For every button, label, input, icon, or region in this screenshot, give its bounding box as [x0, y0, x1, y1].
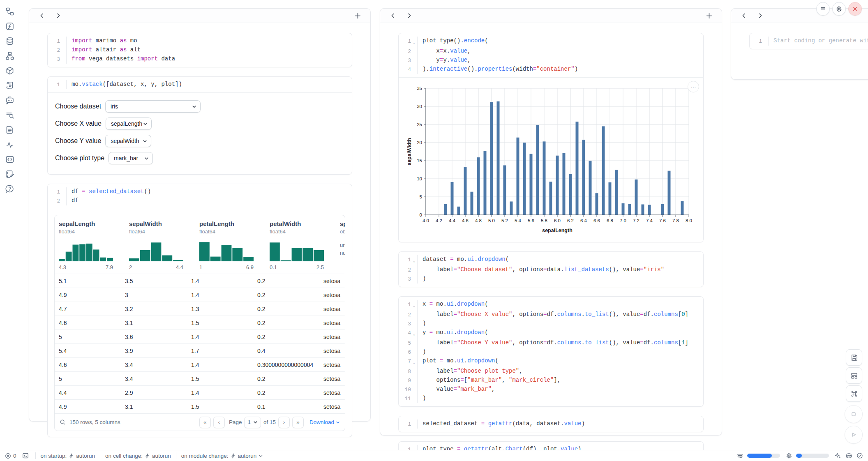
- first-page-button[interactable]: «: [199, 417, 211, 428]
- table-cell: 3.5: [121, 278, 187, 284]
- dependency-graph-icon[interactable]: [5, 51, 14, 60]
- column-header[interactable]: sepalLengthfloat644.37.9: [55, 215, 125, 274]
- chevron-right-icon[interactable]: [405, 11, 414, 20]
- chevron-down-icon: [144, 156, 149, 161]
- chevron-left-icon[interactable]: [739, 11, 748, 20]
- column-header[interactable]: petalWidthfloat640.12.5: [265, 215, 336, 274]
- fold-chevron-icon[interactable]: ⌄: [411, 300, 417, 310]
- run-button[interactable]: [845, 426, 863, 444]
- column-header[interactable]: speciesobjectunique:nulls:: [336, 215, 345, 274]
- connection-status-button[interactable]: [856, 452, 863, 459]
- help-icon[interactable]: [5, 184, 14, 194]
- table-cell: 1.7: [187, 348, 253, 354]
- snippets-icon[interactable]: [5, 154, 14, 164]
- table-cell: 1.5: [187, 403, 253, 410]
- stop-button[interactable]: [845, 405, 863, 423]
- errors-indicator[interactable]: 0: [5, 453, 16, 459]
- code-editor[interactable]: 1import marimo as mo2import altair as al…: [48, 33, 352, 67]
- packages-icon[interactable]: [5, 66, 14, 75]
- panel-left-header: [29, 9, 370, 23]
- previous-page-button[interactable]: ‹: [213, 417, 225, 428]
- table-cell: 5: [55, 334, 121, 340]
- terminal-button[interactable]: [22, 452, 29, 459]
- chevron-left-icon[interactable]: [37, 11, 46, 20]
- code-editor[interactable]: 1mo.vstack([dataset, x, y, plot]): [48, 77, 352, 92]
- close-button[interactable]: [848, 2, 862, 16]
- list-search-icon[interactable]: [5, 110, 14, 120]
- add-cell-icon[interactable]: [704, 11, 713, 20]
- activity-icon[interactable]: [5, 140, 14, 149]
- column-histogram: [129, 238, 183, 261]
- menu-button[interactable]: [816, 2, 830, 16]
- on-startup-setting[interactable]: on startup: autorun: [41, 453, 95, 459]
- chevron-down-icon: [336, 420, 340, 424]
- download-link[interactable]: Download: [309, 419, 340, 425]
- add-cell-icon[interactable]: [353, 11, 362, 20]
- table-cell: 3.9: [121, 348, 187, 354]
- plot-type-control: Choose plot typemark_bar: [55, 152, 344, 164]
- table-cell: 5.4: [55, 348, 121, 354]
- fold-chevron-icon[interactable]: ⌄: [411, 328, 417, 339]
- vstack-cell: 1mo.vstack([dataset, x, y, plot])Choose …: [47, 76, 352, 175]
- code-editor[interactable]: 1⌄plot_type().encode(2 x=x.value,3 y=y.v…: [399, 33, 703, 77]
- table-cell: 1.4: [187, 362, 253, 368]
- fold-chevron-icon[interactable]: ⌄: [411, 37, 417, 47]
- documentation-icon[interactable]: [5, 125, 14, 134]
- code-line: 3 y=y.value,: [399, 56, 703, 65]
- line-number: 2: [399, 265, 411, 274]
- ai-sparkles-button[interactable]: [835, 452, 841, 459]
- chevron-right-icon[interactable]: [54, 11, 63, 20]
- generate-link[interactable]: generate: [829, 37, 856, 44]
- file-tree-icon[interactable]: [5, 7, 14, 16]
- table-cell: 0.2: [253, 376, 319, 382]
- chat-icon[interactable]: [5, 95, 14, 105]
- last-page-button[interactable]: »: [292, 417, 304, 428]
- chevron-left-icon[interactable]: [388, 11, 397, 20]
- table-cell: setosa: [319, 320, 344, 326]
- chevron-down-icon: [143, 122, 148, 126]
- code-line: 2 label="Choose dataset", options=data.l…: [399, 265, 703, 274]
- fold-spacer: [411, 47, 417, 56]
- svg-text:4.0: 4.0: [422, 218, 429, 223]
- command-palette-button[interactable]: [846, 385, 862, 402]
- cell-output: sepalLengthfloat644.37.9sepalWidthfloat6…: [48, 209, 352, 437]
- x-value-dropdown[interactable]: sepalLength: [106, 118, 152, 130]
- table-row: 53.41.50.2setosa: [55, 371, 345, 385]
- code-editor[interactable]: 1⌄dataset = mo.ui.dropdown(2 label="Choo…: [399, 252, 703, 287]
- scratchpad-icon[interactable]: [5, 169, 14, 179]
- fold-spacer: [411, 420, 417, 429]
- chevron-right-icon[interactable]: [756, 11, 765, 20]
- code-editor[interactable]: 1selected_dataset = getattr(data, datase…: [399, 416, 703, 432]
- code-editor[interactable]: 1⌄x = mo.ui.dropdown(2 label="Choose X v…: [399, 297, 703, 406]
- layout-button[interactable]: [846, 367, 862, 384]
- fold-spacer: [411, 56, 417, 65]
- code-line: 3from vega_datasets import data: [48, 55, 352, 64]
- new-cell[interactable]: 1 Start coding or generate with AI: [749, 33, 868, 49]
- fold-chevron-icon[interactable]: ⌄: [411, 357, 417, 367]
- next-page-button[interactable]: ›: [278, 417, 290, 428]
- fold-spacer: [60, 55, 66, 64]
- on-module-change-setting[interactable]: on module change: autorun: [181, 453, 263, 459]
- table-cell: 0.2: [253, 390, 319, 396]
- page-select[interactable]: 1: [244, 417, 261, 428]
- database-icon[interactable]: [5, 36, 14, 46]
- line-number: 1: [48, 80, 60, 89]
- altair-bar-chart[interactable]: 4.04.24.44.64.85.05.25.45.65.86.06.26.46…: [406, 83, 695, 235]
- line-number: 1: [48, 37, 60, 46]
- dataset-dropdown[interactable]: iris: [105, 100, 201, 113]
- code-line: 5 label="Choose Y value", options=df.col…: [399, 339, 703, 348]
- code-editor[interactable]: 1df = selected_dataset()2df: [48, 184, 352, 209]
- chart-menu-button[interactable]: ⋯: [688, 81, 699, 92]
- logs-icon[interactable]: [5, 81, 14, 90]
- plot-type-dropdown[interactable]: mark_bar: [108, 152, 153, 164]
- functions-icon[interactable]: [5, 21, 14, 31]
- copilot-button[interactable]: [845, 452, 852, 459]
- search-icon[interactable]: [60, 419, 66, 425]
- on-cell-change-setting[interactable]: on cell change: autorun: [105, 453, 171, 459]
- column-header[interactable]: sepalWidthfloat6424.4: [125, 215, 195, 274]
- save-button[interactable]: [846, 349, 862, 366]
- y-value-dropdown[interactable]: sepalWidth: [105, 135, 151, 147]
- column-header[interactable]: petalLengthfloat6416.9: [195, 215, 265, 274]
- fold-chevron-icon[interactable]: ⌄: [411, 255, 417, 265]
- settings-gear-button[interactable]: [832, 2, 846, 16]
